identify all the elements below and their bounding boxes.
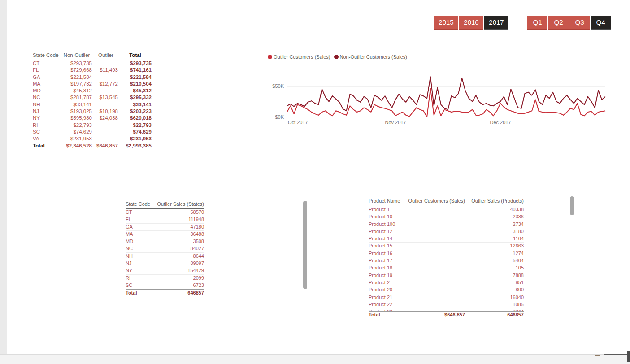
- states-table-header-row: State Code Outlier Sales (States): [126, 200, 204, 209]
- matrix-cell: [93, 135, 119, 142]
- products-total-row[interactable]: Total$646,857646857: [369, 311, 524, 318]
- table-row[interactable]: NJ$193,025$10,198$203,223: [33, 108, 153, 115]
- table-row[interactable]: Product 18105: [369, 264, 524, 272]
- table-row[interactable]: Product 221085: [369, 301, 524, 308]
- table-row[interactable]: Product 161274: [369, 250, 524, 257]
- matrix-cell: $33,141: [119, 101, 152, 108]
- quarter-q1-button[interactable]: Q1: [527, 16, 547, 30]
- table-row[interactable]: CT58570: [126, 209, 204, 216]
- table-row[interactable]: NJ89097: [126, 260, 204, 267]
- table-row[interactable]: Product 123180: [369, 228, 524, 235]
- table-row[interactable]: GA$221,584$221,584: [33, 74, 153, 81]
- table-row[interactable]: MD3508: [126, 238, 204, 245]
- table-row[interactable]: Product 20800: [369, 286, 524, 294]
- table-row[interactable]: NY$595,980$24,038$620,018: [33, 115, 153, 121]
- product-cell: Product 23: [369, 308, 407, 311]
- product-cell: [407, 286, 465, 294]
- quarter-q3-button[interactable]: Q3: [569, 16, 590, 30]
- state-code-cell: MD: [126, 238, 157, 245]
- table-row[interactable]: Product 2951: [369, 279, 524, 286]
- matrix-cell: RI: [33, 122, 61, 129]
- table-row[interactable]: NC84027: [126, 245, 204, 252]
- products-table-scrollbar[interactable]: [570, 196, 574, 215]
- matrix-cell: $729,668: [61, 67, 93, 74]
- table-row[interactable]: NH$33,141$33,141: [33, 101, 153, 108]
- table-row[interactable]: NC$281,787$13,545$295,332: [33, 94, 153, 101]
- state-sales-matrix: State Code Non-Outlier Outlier Total CT$…: [33, 51, 153, 149]
- product-cell: 40338: [465, 206, 524, 213]
- zoom-out-icon[interactable]: [595, 355, 600, 356]
- table-row[interactable]: SC6723: [126, 282, 204, 289]
- product-cell: 2336: [465, 213, 524, 221]
- states-header-outlier-sales: Outlier Sales (States): [157, 200, 204, 208]
- table-row[interactable]: MD$45,312$45,312: [33, 87, 153, 94]
- states-header-state-code: State Code: [126, 200, 157, 208]
- year-2017-button[interactable]: 2017: [484, 16, 508, 30]
- horizontal-scrollbar-thumb[interactable]: [627, 351, 630, 362]
- matrix-cell: $620,018: [119, 115, 152, 121]
- table-row[interactable]: MA$197,732$12,772$210,504: [33, 81, 153, 87]
- product-cell: [407, 206, 465, 213]
- states-total-row[interactable]: Total646857: [126, 289, 204, 296]
- table-row[interactable]: Product 197888: [369, 272, 524, 279]
- table-row[interactable]: NH8644: [126, 253, 204, 260]
- matrix-header-state-code: State Code: [33, 51, 61, 60]
- table-row[interactable]: Product 175404: [369, 257, 524, 264]
- table-row[interactable]: VA$231,953$231,953: [33, 135, 153, 142]
- matrix-cell: $74,629: [119, 129, 152, 135]
- matrix-cell: NY: [33, 115, 61, 121]
- product-cell: 951: [465, 279, 524, 286]
- year-2015-button[interactable]: 2015: [434, 16, 458, 30]
- product-cell: 1274: [465, 250, 524, 257]
- product-cell: [407, 272, 465, 279]
- product-cell: [407, 228, 465, 235]
- product-cell: Product 100: [369, 221, 407, 228]
- matrix-total-row[interactable]: Total$2,346,528$646,857$2,993,385: [33, 143, 153, 149]
- matrix-cell: $595,980: [61, 115, 93, 121]
- table-row[interactable]: GA47180: [126, 224, 204, 231]
- table-row[interactable]: NY154429: [126, 267, 204, 274]
- table-row[interactable]: RI$22,793$22,793: [33, 122, 153, 129]
- sales-line-chart: Outlier Customers (Sales) Non-Outlier Cu…: [267, 49, 610, 134]
- outlier-sales-products-table: Product Name Outlier Customers (Sales) O…: [369, 197, 524, 318]
- matrix-total-cell: $646,857: [93, 143, 119, 149]
- clipped-table-row[interactable]: Product 233344: [369, 308, 524, 311]
- zoom-slider[interactable]: [604, 354, 627, 355]
- quarter-q4-button[interactable]: Q4: [591, 16, 611, 30]
- product-cell: 12663: [465, 243, 524, 250]
- total-value-cell: 646857: [157, 290, 204, 297]
- table-row[interactable]: RI2099: [126, 275, 204, 282]
- matrix-total-cell: Total: [33, 143, 61, 149]
- table-row[interactable]: Product 102336: [369, 213, 524, 221]
- status-bar: [0, 354, 630, 364]
- states-table-scrollbar[interactable]: [303, 201, 307, 289]
- table-row[interactable]: FL$729,668$11,493$741,161: [33, 67, 153, 74]
- matrix-cell: FL: [33, 67, 61, 74]
- matrix-cell: $221,584: [119, 74, 152, 81]
- table-row[interactable]: Product 1512663: [369, 243, 524, 250]
- table-row[interactable]: Product 140338: [369, 206, 524, 213]
- quarter-q2-button[interactable]: Q2: [548, 16, 569, 30]
- product-cell: [407, 279, 465, 286]
- x-tick-oct: Oct 2017: [288, 120, 308, 125]
- table-row[interactable]: CT$293,735$293,735: [33, 60, 153, 67]
- product-cell: Product 12: [369, 228, 407, 235]
- matrix-cell: $13,545: [93, 94, 119, 101]
- matrix-cell: [93, 101, 119, 108]
- table-row[interactable]: FL111948: [126, 216, 204, 223]
- matrix-cell: $10,198: [93, 108, 119, 115]
- table-row[interactable]: SC$74,629$74,629: [33, 129, 153, 135]
- matrix-cell: $197,732: [61, 81, 93, 87]
- state-code-cell: SC: [126, 282, 157, 289]
- matrix-cell: $221,584: [61, 74, 93, 81]
- table-row[interactable]: Product 1002734: [369, 221, 524, 228]
- year-2016-button[interactable]: 2016: [459, 16, 483, 30]
- product-cell: Product 19: [369, 272, 407, 279]
- outlier-sales-cell: 3508: [157, 238, 204, 245]
- table-row[interactable]: MA36488: [126, 231, 204, 238]
- table-row[interactable]: Product 2116040: [369, 294, 524, 301]
- product-cell: 1104: [465, 235, 524, 243]
- matrix-cell: $24,038: [93, 115, 119, 121]
- product-cell: 5404: [465, 257, 524, 264]
- table-row[interactable]: Product 141104: [369, 235, 524, 243]
